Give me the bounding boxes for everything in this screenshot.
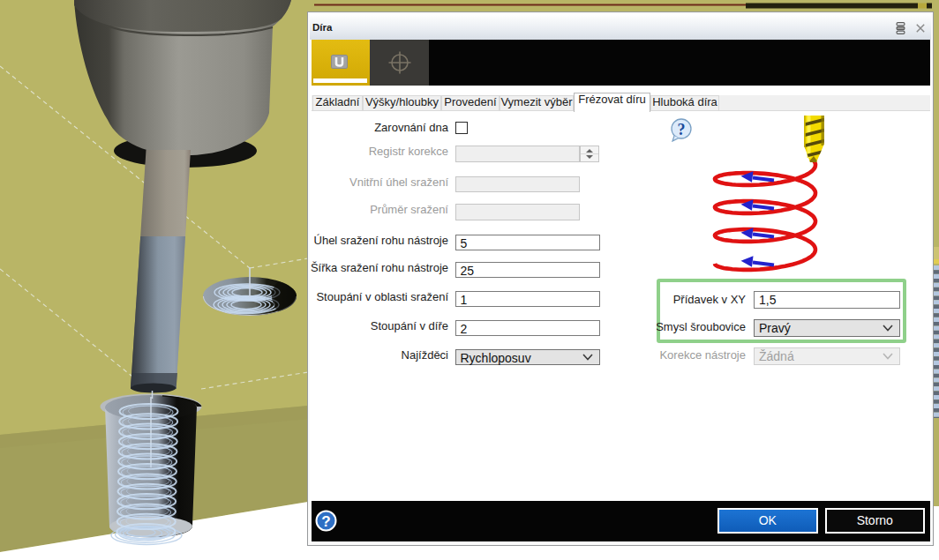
svg-text:?: ? [321, 513, 330, 530]
